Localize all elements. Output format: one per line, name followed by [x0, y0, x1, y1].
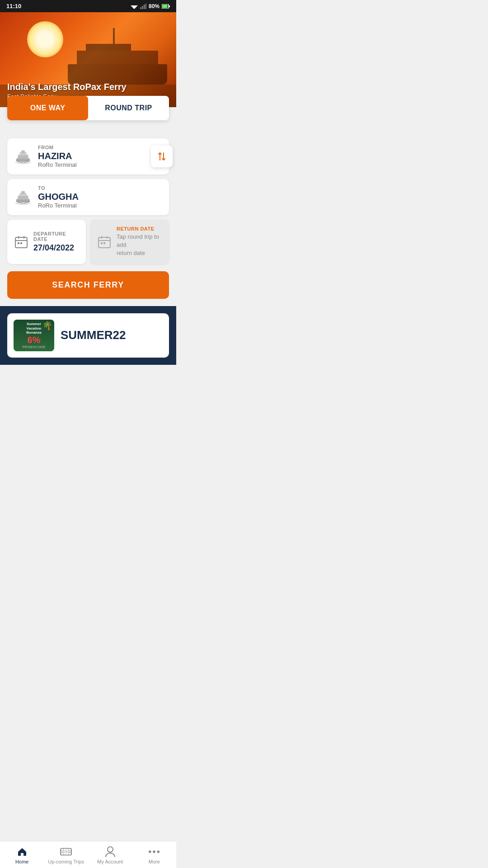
- promo-image-text: Summer Vacation Bonanza: [26, 322, 41, 335]
- promo-image: 🌴 Summer Vacation Bonanza 6% PROMOCODE: [14, 320, 54, 351]
- wifi-icon: [131, 4, 138, 9]
- date-row: DEPARTURE DATE 27/04/2022 RETURN DATE Ta…: [7, 220, 169, 264]
- from-location-card[interactable]: FROM HAZIRA RoRo Terminal: [7, 138, 169, 175]
- return-calendar-icon: [98, 235, 111, 249]
- from-label: FROM: [38, 145, 77, 150]
- svg-rect-12: [21, 151, 25, 153]
- return-hint: Tap round trip to add return date: [117, 233, 162, 258]
- to-location-info: TO GHOGHA RoRo Terminal: [38, 185, 79, 209]
- return-label: RETURN DATE: [117, 226, 162, 231]
- from-name: HAZIRA: [38, 151, 77, 161]
- departure-date-info: DEPARTURE DATE 27/04/2022: [33, 231, 79, 253]
- status-icons: 80%: [131, 3, 170, 9]
- hero-section: India's Largest RoPax Ferry Fast Reliabl…: [0, 12, 176, 107]
- to-name: GHOGHA: [38, 192, 79, 202]
- departure-date-card[interactable]: DEPARTURE DATE 27/04/2022: [7, 220, 86, 264]
- svg-rect-5: [145, 4, 146, 9]
- from-location-info: FROM HAZIRA RoRo Terminal: [38, 145, 77, 168]
- status-time: 11:10: [6, 3, 21, 9]
- svg-marker-1: [132, 7, 136, 9]
- return-date-card[interactable]: RETURN DATE Tap round trip to add return…: [90, 220, 169, 264]
- battery-icon: [162, 4, 170, 9]
- main-content: FROM HAZIRA RoRo Terminal: [0, 120, 176, 306]
- status-bar: 11:10 80%: [0, 0, 176, 12]
- svg-rect-25: [101, 242, 103, 244]
- svg-rect-21: [20, 242, 22, 244]
- one-way-button[interactable]: ONE WAY: [7, 96, 88, 120]
- promo-code-label: PROMOCODE: [22, 345, 45, 349]
- svg-rect-4: [144, 5, 145, 9]
- svg-rect-20: [18, 242, 19, 244]
- location-pair: FROM HAZIRA RoRo Terminal: [7, 138, 169, 215]
- svg-rect-16: [21, 191, 25, 194]
- signal-icon: [140, 4, 146, 9]
- svg-rect-2: [140, 7, 141, 9]
- round-trip-button[interactable]: ROUND TRIP: [88, 96, 169, 120]
- svg-rect-3: [142, 6, 143, 9]
- return-date-info: RETURN DATE Tap round trip to add return…: [117, 226, 162, 258]
- trip-toggle: ONE WAY ROUND TRIP: [7, 96, 169, 120]
- svg-rect-7: [169, 5, 170, 7]
- from-terminal: RoRo Terminal: [38, 161, 77, 168]
- departure-label: DEPARTURE DATE: [33, 231, 79, 242]
- promo-code-value: SUMMER22: [61, 328, 126, 342]
- to-label: TO: [38, 185, 79, 191]
- departure-value: 27/04/2022: [33, 243, 79, 253]
- promo-card[interactable]: 🌴 Summer Vacation Bonanza 6% PROMOCODE S…: [7, 313, 169, 358]
- swap-icon: [157, 151, 167, 161]
- hero-ship-decoration: [68, 39, 167, 85]
- svg-rect-23: [101, 236, 102, 239]
- svg-rect-26: [103, 242, 105, 244]
- search-ferry-button[interactable]: SEARCH FERRY: [7, 271, 169, 299]
- swap-button[interactable]: [151, 146, 173, 167]
- departure-calendar-icon: [14, 235, 28, 249]
- svg-rect-19: [23, 236, 24, 239]
- ferry-from-icon: [14, 148, 32, 165]
- battery-level: 80%: [149, 3, 160, 9]
- ferry-to-icon: [14, 189, 32, 206]
- svg-rect-18: [18, 236, 19, 239]
- trip-toggle-container: ONE WAY ROUND TRIP: [0, 107, 176, 120]
- promo-percent: 6%: [28, 335, 41, 345]
- nav-spacer: [0, 365, 176, 394]
- svg-rect-8: [163, 5, 168, 8]
- hero-sun-decoration: [27, 21, 63, 57]
- hero-title: India's Largest RoPax Ferry: [7, 82, 169, 92]
- promo-section: 🌴 Summer Vacation Bonanza 6% PROMOCODE S…: [0, 306, 176, 365]
- to-location-card[interactable]: TO GHOGHA RoRo Terminal: [7, 179, 169, 215]
- svg-rect-24: [107, 236, 108, 239]
- to-terminal: RoRo Terminal: [38, 202, 79, 209]
